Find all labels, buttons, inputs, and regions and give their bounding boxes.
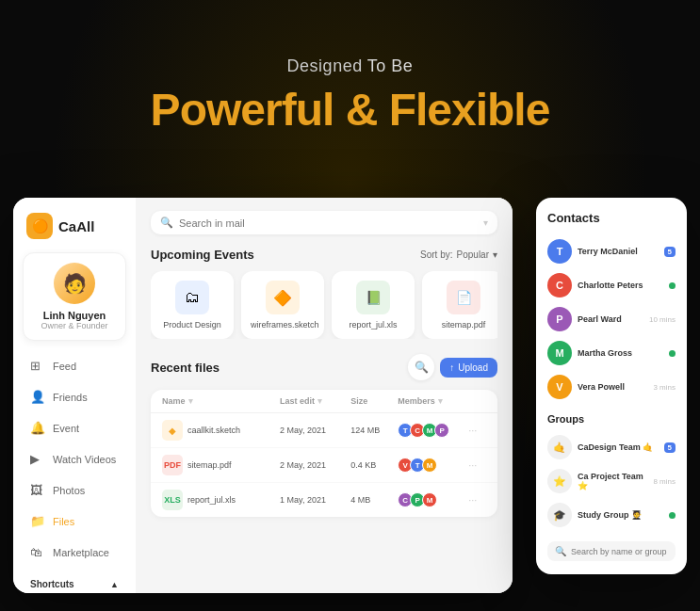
contacts-search-input[interactable] [571,547,676,556]
more-options-button[interactable]: ··· [468,494,477,506]
files-icon: 📁 [30,514,45,528]
upcoming-events-title: Upcoming Events [151,248,254,262]
sidebar-logo: 🟠 CaAll [23,213,126,239]
sidebar-item-event[interactable]: 🔔 Event [23,414,126,442]
contact-time-vera: 3 mins [653,383,676,392]
avatar-vera: V [547,375,572,399]
contact-item-pearl[interactable]: P Pearl Ward 10 mins [547,302,676,336]
member-avatar: M [422,492,437,507]
chevron-down-icon: ▾ [317,396,322,406]
main-content: 🔍 ▾ Upcoming Events Sort by: Popular ▾ 🗂… [136,198,513,593]
upcoming-events-header: Upcoming Events Sort by: Popular ▾ [151,248,497,262]
sort-label: Sort by: [420,249,452,260]
file-icon-sketch: ◆ [162,420,183,441]
sidebar-item-videos[interactable]: ▶ Watch Videos [23,445,126,473]
hero-subtitle: Designed To Be [0,56,700,76]
sidebar-label-feed: Feed [53,361,76,372]
event-icon: 🔔 [30,421,45,435]
upload-button[interactable]: ↑ Upload [440,358,497,378]
recent-files-header: Recent files 🔍 ↑ Upload [151,354,497,380]
event-card-report[interactable]: 📗 report_jul.xls [332,271,415,339]
sidebar-label-friends: Friends [53,392,88,403]
sidebar-item-friends[interactable]: 👤 Friends [23,383,126,410]
shortcuts-label: Shortcuts [30,579,74,589]
file-name-cell-2: XLS report_jul.xls [162,490,280,510]
contact-item-vera[interactable]: V Vera Powell 3 mins [547,370,676,404]
user-role: Owner & Founder [31,321,118,330]
member-avatars: T C M P [398,423,447,438]
event-icon-product-design: 🗂 [175,281,209,314]
contact-item-charlotte[interactable]: C Charlotte Peters [547,268,676,302]
file-date-cell-2: 1 May, 2021 [280,495,350,505]
sidebar-item-photos[interactable]: 🖼 Photos [23,476,126,504]
sidebar-item-feed[interactable]: ⊞ Feed [23,352,126,379]
search-icon: 🔍 [160,217,173,229]
event-card-wireframes[interactable]: 🔶 wireframes.sketch [241,271,324,339]
file-date-cell-1: 2 May, 2021 [280,460,350,470]
sidebar-item-files[interactable]: 📁 Files [23,507,126,535]
search-bar[interactable]: 🔍 ▾ [151,211,497,234]
chevron-up-icon: ▲ [110,580,119,589]
table-row[interactable]: ◆ caallkit.sketch 2 May, 2021 124 MB T C… [151,413,497,448]
file-name-1: sitemap.pdf [187,460,232,470]
group-item-study[interactable]: 🎓 Study Group 🧑‍🎓 [547,498,676,532]
search-input[interactable] [179,217,478,229]
more-options-button[interactable]: ··· [468,459,477,471]
col-last-edit: Last edit ▾ [280,396,350,406]
contacts-panel: Contacts T Terry McDaniel 5 C Charlotte … [536,198,687,574]
avatar-charlotte: C [547,273,572,297]
photos-icon: 🖼 [30,483,45,497]
event-name-2: report_jul.xls [341,320,405,330]
member-avatar: P [434,423,449,438]
sidebar-label-marketplace: Marketplace [53,547,109,558]
search-icon-contacts: 🔍 [555,546,566,556]
contact-item-martha[interactable]: M Martha Gross [547,336,676,370]
group-avatar-cadesign: 🤙 [547,435,572,459]
avatar: 🧑 [54,263,95,304]
avatar-pearl: P [547,307,572,331]
logo-icon: 🟠 [26,213,53,239]
file-size-cell-0: 124 MB [350,426,398,435]
files-search-button[interactable]: 🔍 [408,354,434,380]
col-size: Size [350,396,398,406]
online-dot-study [669,512,676,519]
contacts-title: Contacts [547,211,676,225]
group-name-study: Study Group 🧑‍🎓 [578,510,663,520]
group-item-caproject[interactable]: ⭐ Ca Project Team ⭐ 8 mins [547,464,676,498]
event-card-product-design[interactable]: 🗂 Product Design [151,271,234,339]
hero-section: Designed To Be Powerful & Flexible [0,56,700,136]
group-badge-cadesign: 5 [664,442,676,453]
file-members-cell-2: C P M [398,492,468,507]
contact-item-terry[interactable]: T Terry McDaniel 5 [547,234,676,268]
file-date-cell-0: 2 May, 2021 [280,426,350,435]
group-avatar-caproject: ⭐ [547,469,572,493]
sort-button[interactable]: Sort by: Popular ▾ [420,249,497,260]
action-buttons: 🔍 ↑ Upload [408,354,497,380]
groups-title: Groups [547,413,676,425]
contacts-search[interactable]: 🔍 [547,541,676,561]
member-avatars: C P M [398,492,434,507]
file-icon-pdf: PDF [162,455,183,475]
online-dot-martha [669,350,676,357]
file-name-0: caallkit.sketch [187,426,240,435]
contact-name-pearl: Pearl Ward [578,314,643,324]
event-card-sitemap[interactable]: 📄 sitemap.pdf [422,271,497,339]
member-avatars: V T M [398,458,434,473]
file-name-cell-1: PDF sitemap.pdf [162,455,280,475]
event-name-0: Product Design [160,320,224,330]
file-name-cell: ◆ caallkit.sketch [162,420,280,441]
file-members-cell-1: V T M [398,458,468,473]
contact-badge-terry: 5 [664,247,676,257]
more-options-button[interactable]: ··· [468,425,477,436]
sidebar-item-marketplace[interactable]: 🛍 Marketplace [23,539,126,566]
sidebar-label-event: Event [53,423,79,434]
group-item-cadesign[interactable]: 🤙 CaDesign Team 🤙 5 [547,430,676,464]
chevron-down-icon: ▾ [188,396,193,406]
user-profile: 🧑 Linh Nguyen Owner & Founder [23,252,126,341]
table-row[interactable]: XLS report_jul.xls 1 May, 2021 4 MB C P … [151,483,497,517]
group-name-cadesign: CaDesign Team 🤙 [578,442,659,452]
table-row[interactable]: PDF sitemap.pdf 2 May, 2021 0.4 KB V T M… [151,448,497,483]
event-icon-sitemap: 📄 [447,281,480,314]
hero-title: Powerful & Flexible [0,84,700,136]
sort-value: Popular [457,249,489,260]
